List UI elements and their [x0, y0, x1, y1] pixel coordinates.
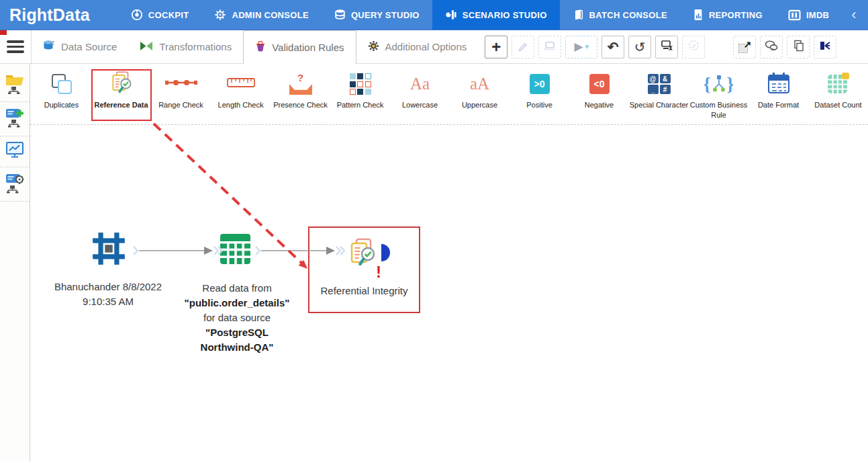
negative-icon: <0: [589, 74, 610, 94]
expand-button[interactable]: ↗: [733, 36, 756, 58]
tab-transformations[interactable]: Transformations: [128, 30, 243, 63]
rule-lowercase[interactable]: Aa Lowercase: [390, 64, 450, 124]
tab-additional-options[interactable]: Additional Options: [356, 30, 479, 63]
scenario-canvas[interactable]: Bhanuchander 8/8/2022 9:10:35 AM Read da…: [30, 125, 868, 461]
reference-data-icon: [109, 70, 134, 98]
hamburger-icon: [7, 38, 24, 56]
nav-item-batch-console[interactable]: BATCH CONSOLE: [560, 0, 680, 30]
scenario-settings-icon: [5, 172, 25, 196]
nav-item-query-studio[interactable]: QUERY STUDIO: [322, 0, 432, 30]
output-port-icon[interactable]: [381, 244, 390, 261]
validation-node[interactable]: ! Referential Integrity: [308, 226, 420, 313]
add-button[interactable]: +: [485, 36, 508, 58]
rightdata-logo: RightData: [9, 5, 90, 25]
rule-duplicates[interactable]: Duplicates: [32, 64, 91, 124]
nav-item-reporting[interactable]: REPORTING: [680, 0, 775, 30]
range-check-icon: [164, 78, 198, 90]
tab-data-source[interactable]: Data Source: [32, 30, 128, 63]
annotate-button-disabled: [682, 36, 705, 58]
length-check-ruler-icon: [227, 77, 255, 91]
left-sidebar: [0, 64, 30, 461]
rule-special-character[interactable]: @& _# Special Character: [629, 64, 689, 124]
custom-business-rule-icon: { }: [704, 75, 734, 93]
sidebar-item-open-scenario[interactable]: [0, 68, 30, 102]
computer-hourglass-icon: [661, 40, 673, 54]
rule-negative[interactable]: <0 Negative: [569, 64, 629, 124]
referential-integrity-icon: [346, 237, 379, 271]
validation-rules-ribbon: Duplicates Reference Data Range Check Le…: [30, 64, 868, 125]
rule-range-check[interactable]: Range Check: [151, 64, 211, 124]
query-node-table-icon: [220, 255, 251, 267]
copy-button[interactable]: [787, 36, 810, 58]
play-icon: ▶: [574, 41, 583, 52]
error-indicator: !: [376, 263, 381, 282]
query-node-label: Read data from "public.order_details" fo…: [160, 281, 314, 355]
presence-check-icon: ?: [289, 73, 313, 95]
validation-node-label: Referential Integrity: [309, 284, 419, 298]
options-gear-icon: [368, 40, 379, 54]
batch-console-icon: [573, 9, 584, 21]
chat-bubbles-icon: [765, 40, 778, 54]
open-folder-icon: [5, 73, 25, 97]
comments-button[interactable]: [760, 36, 783, 58]
nav-item-imdb[interactable]: IMDB: [775, 0, 842, 30]
reporting-icon: [693, 9, 704, 21]
new-scenario-icon: [5, 107, 25, 131]
collapse-panel-button[interactable]: [814, 36, 836, 58]
sidebar-item-scenario-results[interactable]: [0, 136, 30, 167]
history-button[interactable]: ↺: [628, 36, 651, 58]
database-icon: [334, 9, 346, 21]
run-options-caret-icon[interactable]: ▾: [585, 43, 589, 50]
rule-positive[interactable]: >0 Positive: [510, 64, 569, 124]
date-format-calendar-icon: [768, 71, 789, 97]
uppercase-icon: aA: [470, 75, 489, 93]
duplicates-icon: [52, 74, 72, 94]
plus-icon: +: [491, 39, 501, 55]
top-nav: RightData COCKPIT ADMIN CONSOLE QUERY ST…: [0, 0, 868, 30]
expand-icon: ↗: [738, 41, 751, 53]
undo-icon: ↶: [608, 40, 619, 54]
positive-icon: >0: [530, 74, 550, 94]
run-button[interactable]: ▶ ▾: [565, 36, 597, 58]
toolbar-buttons: + ▶ ▾ ↶ ↺ ↗: [485, 30, 836, 63]
cockpit-icon: [131, 9, 143, 21]
source-node[interactable]: [90, 229, 128, 271]
menu-toggle-button[interactable]: [0, 30, 32, 63]
nav-item-cockpit[interactable]: COCKPIT: [118, 0, 202, 30]
laptop-icon: [544, 40, 556, 54]
rule-custom-business-rule[interactable]: { } Custom Business Rule: [689, 64, 749, 124]
tab-validation-rules[interactable]: Validation Rules: [243, 30, 356, 64]
save-button-disabled: [538, 36, 561, 58]
rule-uppercase[interactable]: aA Uppercase: [450, 64, 510, 124]
rule-dataset-count[interactable]: Dataset Count: [808, 64, 868, 124]
results-chart-icon: [5, 141, 24, 162]
gear-icon: [214, 9, 226, 21]
query-node[interactable]: [220, 233, 251, 267]
rule-length-check[interactable]: Length Check: [211, 64, 271, 124]
dataset-count-icon: [827, 71, 850, 97]
sidebar-item-new-scenario[interactable]: [0, 102, 30, 136]
transformations-icon: [140, 41, 153, 53]
data-source-icon: [43, 40, 55, 54]
nav-collapse-chevron-icon[interactable]: ‹: [851, 6, 856, 24]
nav-item-admin-console[interactable]: ADMIN CONSOLE: [201, 0, 321, 30]
rule-pattern-check[interactable]: Pattern Check: [330, 64, 390, 124]
source-node-icon: [90, 259, 128, 270]
rule-presence-check[interactable]: ? Presence Check: [271, 64, 330, 124]
edit-button-disabled: [512, 36, 534, 58]
imdb-icon: [788, 9, 801, 21]
sidebar-item-scenario-settings[interactable]: [0, 167, 30, 202]
rule-date-format[interactable]: Date Format: [749, 64, 808, 124]
rule-reference-data[interactable]: Reference Data: [91, 64, 151, 124]
undo-button[interactable]: ↶: [601, 36, 624, 58]
collapse-panel-icon: [819, 40, 831, 54]
pencil-icon: [518, 40, 528, 54]
validation-rules-icon: [255, 41, 266, 54]
copy-pages-icon: [793, 40, 804, 54]
lowercase-icon: Aa: [410, 75, 430, 93]
nav-item-scenario-studio[interactable]: SCENARIO STUDIO: [432, 0, 560, 30]
studio-toolbar: Data Source Transformations Validation R…: [0, 30, 868, 64]
schedule-run-button[interactable]: [655, 36, 678, 58]
scenario-studio-icon: [445, 9, 457, 21]
pencil-circle-icon: [688, 40, 700, 54]
